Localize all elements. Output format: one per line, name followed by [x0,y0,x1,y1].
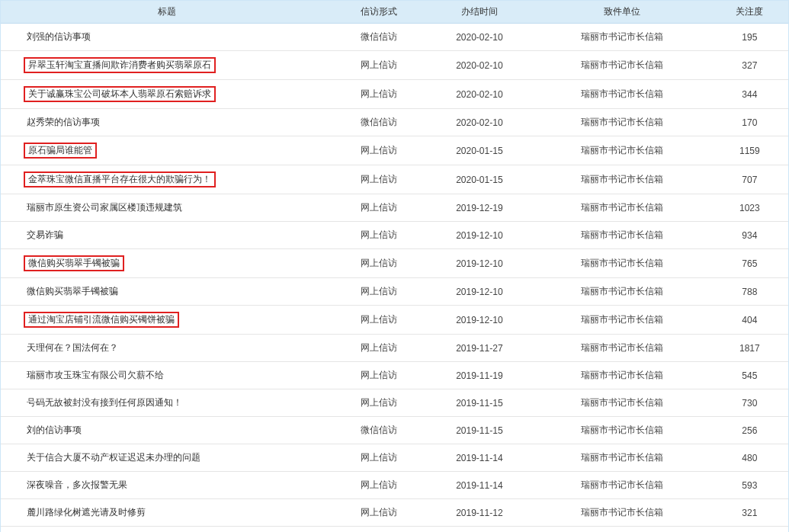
row-title-link[interactable]: 刘的信访事项 [24,423,85,437]
row-date: 2019-11-12 [425,499,534,527]
row-method: 微信信访 [332,109,425,136]
row-date: 2019-12-10 [425,222,534,249]
row-unit: 瑞丽市书记市长信箱 [534,136,711,165]
row-title-link[interactable]: 瑞丽市原生资公司家属区楼顶违规建筑 [24,200,185,215]
row-views: 195 [711,24,788,51]
table-header-row: 标题 信访形式 办结时间 致件单位 关注度 [1,1,788,24]
row-views: 788 [711,278,788,306]
row-method: 网上信访 [332,165,425,194]
row-method: 网上信访 [332,444,425,472]
table-row: 原石骗局谁能管网上信访2020-01-15瑞丽市书记市长信箱1159 [1,136,788,165]
row-title-link[interactable]: 通过淘宝店铺引流微信购买镯饼被骗 [24,312,179,328]
row-unit: 瑞丽市书记市长信箱 [534,389,711,417]
header-views: 关注度 [711,1,788,24]
row-title-link[interactable]: 刘强的信访事项 [24,30,94,44]
table-row: 深夜噪音，多次报警无果网上信访2019-11-14瑞丽市书记市长信箱593 [1,472,788,499]
row-title-link[interactable]: 微信购买翡翠手镯被骗 [24,284,121,299]
row-date: 2019-12-10 [425,306,534,335]
row-date: 2020-02-10 [425,51,534,80]
row-views: 545 [711,362,788,389]
row-title-link[interactable]: 天理何在？国法何在？ [24,341,121,355]
row-date: 2020-01-15 [425,165,534,194]
row-method: 网上信访 [332,278,425,306]
table-row: 交易诈骗网上信访2019-12-10瑞丽市书记市长信箱934 [1,222,788,249]
row-method: 网上信访 [332,194,425,222]
row-views: 321 [711,499,788,527]
row-unit: 瑞丽市书记市长信箱 [534,222,711,249]
row-date: 2020-02-10 [425,24,534,51]
row-title-link[interactable]: 昇翠玉轩淘宝直播间欺诈消费者购买翡翠原石 [24,57,216,73]
table-row: 麓川路绿化树遮光请及时修剪网上信访2019-11-12瑞丽市书记市长信箱321 [1,499,788,527]
row-unit: 瑞丽市书记市长信箱 [534,335,711,362]
row-unit: 瑞丽市书记市长信箱 [534,306,711,335]
row-unit: 瑞丽市书记市长信箱 [534,51,711,80]
row-unit: 瑞丽市书记市长信箱 [534,194,711,222]
row-date: 2019-12-10 [425,278,534,306]
row-views: 327 [711,51,788,80]
row-views: 1023 [711,194,788,222]
header-date: 办结时间 [425,1,534,24]
table-row: 刘的信访事项微信信访2019-11-15瑞丽市书记市长信箱256 [1,417,788,444]
row-title-link[interactable]: 关于诚赢珠宝公司破坏本人翡翠原石索赔诉求 [24,86,216,102]
table-row: 关于信合大厦不动产权证迟迟未办理的问题网上信访2019-11-14瑞丽市书记市长… [1,444,788,472]
row-views: 765 [711,249,788,278]
row-unit: 瑞丽市书记市长信箱 [534,249,711,278]
row-unit: 瑞丽市书记市长信箱 [534,527,711,533]
row-unit: 瑞丽市书记市长信箱 [534,499,711,527]
row-method: 网上信访 [332,362,425,389]
row-views: 1159 [711,136,788,165]
header-method: 信访形式 [332,1,425,24]
table-row: 瑞丽市麦典商务公司买石直播掉包伪劣商品网上信访2019-11-07瑞丽市书记市长… [1,527,788,533]
table-row: 微信购买翡翠手镯被骗网上信访2019-12-10瑞丽市书记市长信箱765 [1,249,788,278]
row-date: 2019-11-19 [425,362,534,389]
row-unit: 瑞丽市书记市长信箱 [534,417,711,444]
row-method: 网上信访 [332,306,425,335]
row-title-link[interactable]: 号码无故被封没有接到任何原因通知！ [24,396,185,410]
row-date: 2020-02-10 [425,80,534,109]
row-unit: 瑞丽市书记市长信箱 [534,80,711,109]
row-title-link[interactable]: 关于信合大厦不动产权证迟迟未办理的问题 [24,450,204,465]
row-views: 170 [711,109,788,136]
row-title-link[interactable]: 麓川路绿化树遮光请及时修剪 [24,505,149,520]
row-date: 2019-11-07 [425,527,534,533]
row-date: 2019-11-15 [425,389,534,417]
row-views: 404 [711,306,788,335]
row-views: 344 [711,80,788,109]
row-method: 网上信访 [332,527,425,533]
row-method: 网上信访 [332,222,425,249]
row-date: 2020-02-10 [425,109,534,136]
header-unit: 致件单位 [534,1,711,24]
row-unit: 瑞丽市书记市长信箱 [534,278,711,306]
row-views: 1817 [711,335,788,362]
table-row: 刘强的信访事项微信信访2020-02-10瑞丽市书记市长信箱195 [1,24,788,51]
row-title-link[interactable]: 微信购买翡翠手镯被骗 [24,255,124,271]
row-method: 微信信访 [332,24,425,51]
row-date: 2019-11-14 [425,472,534,499]
row-date: 2019-12-19 [425,194,534,222]
row-title-link[interactable]: 赵秀荣的信访事项 [24,115,103,130]
row-views: 730 [711,389,788,417]
row-unit: 瑞丽市书记市长信箱 [534,444,711,472]
row-title-link[interactable]: 交易诈骗 [24,228,66,242]
row-method: 网上信访 [332,136,425,165]
row-title-link[interactable]: 深夜噪音，多次报警无果 [24,478,130,492]
row-title-link[interactable]: 瑞丽市攻玉珠宝有限公司欠薪不给 [24,368,167,383]
row-method: 微信信访 [332,417,425,444]
table-row: 天理何在？国法何在？网上信访2019-11-27瑞丽市书记市长信箱1817 [1,335,788,362]
row-date: 2020-01-15 [425,136,534,165]
row-method: 网上信访 [332,335,425,362]
row-views: 593 [711,472,788,499]
row-title-link[interactable]: 金萃珠宝微信直播平台存在很大的欺骗行为！ [24,171,216,187]
row-unit: 瑞丽市书记市长信箱 [534,362,711,389]
row-views: 480 [711,444,788,472]
row-title-link[interactable]: 原石骗局谁能管 [24,143,97,159]
row-date: 2019-12-10 [425,249,534,278]
table-row: 微信购买翡翠手镯被骗网上信访2019-12-10瑞丽市书记市长信箱788 [1,278,788,306]
table-row: 赵秀荣的信访事项微信信访2020-02-10瑞丽市书记市长信箱170 [1,109,788,136]
row-views: 934 [711,222,788,249]
row-method: 网上信访 [332,51,425,80]
row-date: 2019-11-27 [425,335,534,362]
row-method: 网上信访 [332,80,425,109]
row-unit: 瑞丽市书记市长信箱 [534,472,711,499]
header-title: 标题 [1,1,332,24]
